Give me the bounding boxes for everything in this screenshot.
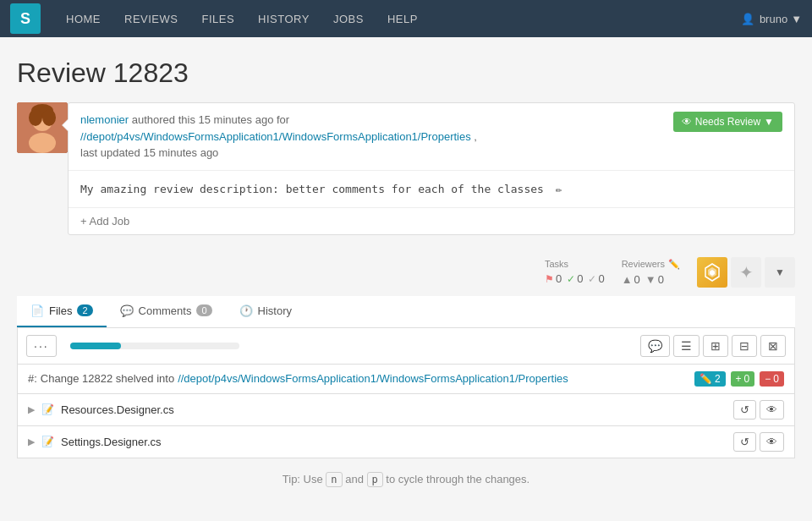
file-view-btn-2[interactable]: 👁 [760,432,784,452]
comments-tab-icon: 💬 [120,304,134,317]
thumb-down-icon: ▼ [645,273,656,286]
file-row-1-left: ▶ 📝 Resources.Designer.cs [28,403,174,416]
svg-point-5 [42,109,56,126]
grid-view-btn[interactable]: ⊞ [703,335,728,357]
tab-history[interactable]: 🕐 History [226,296,305,327]
needs-review-label: Needs Review [695,116,760,128]
brand-logo[interactable]: S [10,3,41,34]
files-tab-badge: 2 [77,304,92,316]
file-refresh-btn-2[interactable]: ↺ [733,432,756,452]
task-down-count: ✓ 0 [588,272,604,285]
reviewer-thumb-up: ▲ 0 [622,273,640,286]
history-tab-label: History [258,304,292,317]
description-text: My amazing review description: better co… [80,183,544,195]
split-view-btn[interactable]: ⊟ [732,335,757,357]
change-row-right: ✏️ 2 + 0 − 0 [694,371,784,387]
progress-bar-fill [70,343,121,349]
edit-badge: ✏️ 2 [694,371,726,387]
add-icon-badge: + [736,373,742,385]
expand-arrow-1[interactable]: ▶ [28,404,35,415]
history-tab-icon: 🕐 [239,304,253,317]
reviewer-avatar-dropdown[interactable]: ▼ [765,257,795,288]
nav-jobs[interactable]: JOBS [321,0,376,37]
nav-home[interactable]: HOME [54,0,112,37]
tip-text-middle: and [345,473,366,485]
username: bruno [760,13,787,25]
toolbar-right: 💬 ☰ ⊞ ⊟ ⊠ [640,335,786,357]
diff-view-btn[interactable]: ⊠ [760,335,786,357]
expand-arrow-2[interactable]: ▶ [28,436,35,447]
last-updated-text: last updated 15 minutes ago [80,146,218,159]
progress-bar-container [70,343,239,349]
thumb-up-icon: ▲ [622,273,633,286]
edit-reviewers-icon[interactable]: ✏️ [668,259,680,270]
del-count: 0 [773,373,779,385]
reviewer-avatar-2[interactable]: ✦ [731,257,761,288]
tasks-label-text: Tasks [545,259,568,269]
tabs-bar: 📄 Files 2 💬 Comments 0 🕐 History [17,296,795,328]
file-row-2: ▶ 📝 Settings.Designer.cs ↺ 👁 [17,426,795,458]
depot-path-link[interactable]: //depot/p4vs/WindowsFormsApplication1/Wi… [80,130,471,143]
needs-review-button[interactable]: 👁 Needs Review ▼ [673,112,782,132]
tab-files[interactable]: 📄 Files 2 [17,296,107,327]
eye-icon: 👁 [682,116,692,128]
nav-help[interactable]: HELP [376,0,430,37]
file-refresh-btn-1[interactable]: ↺ [733,400,756,420]
navbar-left: S HOME REVIEWS FILES HISTORY JOBS HELP [10,0,430,37]
avatar-image [17,102,68,153]
check-icon: ✓ [567,273,575,285]
tip-bar: Tip: Use n and p to cycle through the ch… [17,458,795,501]
del-badge: − 0 [760,371,784,387]
main-container: Review 12823 nlemonier authored t [0,37,812,501]
change-row: #: Change 12822 shelved into //depot/p4v… [17,365,795,394]
nav-reviews[interactable]: REVIEWS [112,0,189,37]
tip-key-p: p [367,472,383,487]
dropdown-arrow: ▼ [791,13,802,25]
change-row-left: #: Change 12822 shelved into //depot/p4v… [28,372,568,385]
stats-row: Tasks ⚑ 0 ✓ 0 ✓ 0 Reviewers ✏️ [17,249,795,296]
reviewer-avatars: ✦ ▼ [697,257,795,288]
ellipsis-button[interactable]: ··· [26,335,57,357]
tab-comments[interactable]: 💬 Comments 0 [107,296,226,327]
hash-label: #: [28,372,37,385]
authored-text: authored this 15 minutes ago for [132,113,289,126]
edit-icon[interactable]: ✏️ [556,183,562,195]
file-name-1: Resources.Designer.cs [61,403,174,416]
avatar [17,102,68,153]
add-count: 0 [744,373,750,385]
tip-text-before: Tip: Use [283,473,323,485]
file-view-btn-1[interactable]: 👁 [760,400,784,420]
file-row-2-left: ▶ 📝 Settings.Designer.cs [28,436,162,448]
reviewer-thumb-down: ▼ 0 [645,273,664,286]
comment-toolbar-btn[interactable]: 💬 [640,335,670,357]
user-icon: 👤 [741,13,754,25]
edit-count: 2 [715,373,721,385]
add-job-label: + Add Job [80,215,129,228]
add-job-row[interactable]: + Add Job [69,208,794,234]
change-depot-link[interactable]: //depot/p4vs/WindowsFormsApplication1/Wi… [178,372,568,385]
reviewers-section: Reviewers ✏️ ▲ 0 ▼ 0 [622,259,680,286]
review-author-link[interactable]: nlemonier [80,113,129,126]
nav-files[interactable]: FILES [189,0,246,37]
tasks-section: Tasks ⚑ 0 ✓ 0 ✓ 0 [545,259,605,285]
page-title: Review 12823 [17,58,795,89]
list-view-btn[interactable]: ☰ [673,335,700,357]
toolbar-left: ··· [26,335,246,357]
svg-point-2 [29,133,56,153]
file-row-1: ▶ 📝 Resources.Designer.cs ↺ 👁 [17,394,795,426]
review-meta: nlemonier authored this 15 minutes ago f… [69,103,794,171]
review-description: My amazing review description: better co… [69,171,794,208]
svg-point-4 [29,109,42,126]
comments-tab-label: Comments [139,304,192,317]
caret-icon: ▼ [764,116,774,128]
reviewer-avatar-1[interactable] [697,257,727,288]
user-menu[interactable]: 👤 bruno ▼ [741,13,802,25]
reviewers-label: Reviewers ✏️ [622,259,680,270]
nav-history[interactable]: HISTORY [246,0,321,37]
review-card: nlemonier authored this 15 minutes ago f… [17,102,795,235]
check-grey-icon: ✓ [588,273,596,285]
tip-key-n: n [326,472,342,487]
navbar: S HOME REVIEWS FILES HISTORY JOBS HELP 👤… [0,0,812,37]
edit-icon-badge: ✏️ [700,373,712,385]
files-tab-icon: 📄 [30,304,44,317]
